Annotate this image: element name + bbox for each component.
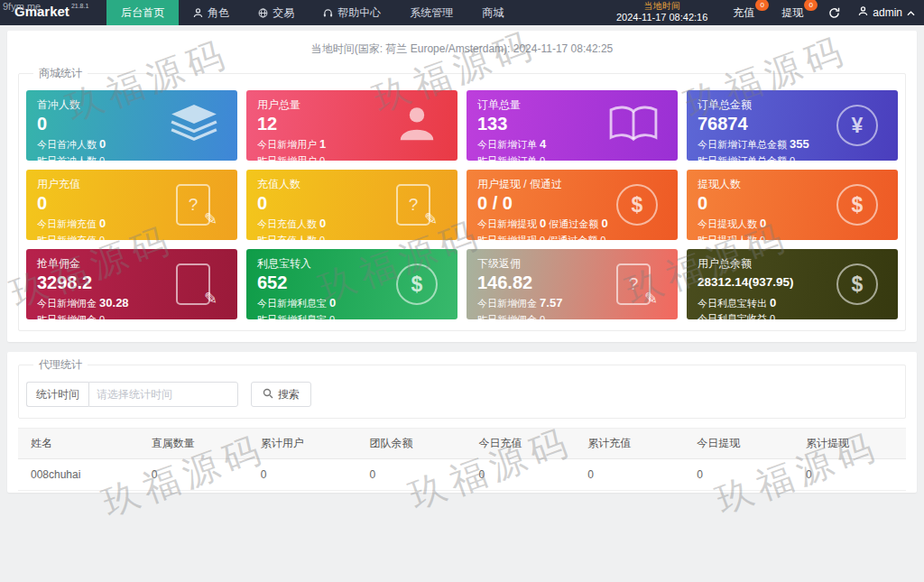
agent-stats-legend: 代理统计 [33, 357, 88, 373]
withdraw-chip[interactable]: 提现 0 [776, 5, 814, 21]
app-logo-text: Gmarket [14, 4, 69, 20]
nav-item-label: 帮助中心 [337, 5, 381, 21]
search-icon [263, 388, 273, 402]
headset-icon [323, 8, 333, 18]
stat-card-first-charge-users: 首冲人数 0 今日首冲人数 0 昨日首冲人数 0 [26, 90, 237, 161]
admin-username: admin [873, 6, 902, 19]
agent-filter-row: 统计时间 搜索 [26, 382, 898, 407]
stat-time-input[interactable] [88, 382, 238, 407]
col-total-withdraw: 累计提现 [797, 429, 906, 459]
person-icon [858, 6, 868, 19]
country-time-text: 当地时间(国家: 荷兰 Europe/Amsterdam): 2024-11-1… [13, 34, 911, 66]
nav-item-label: 系统管理 [410, 5, 453, 21]
admin-dropdown[interactable]: admin [858, 6, 915, 19]
user-icon [394, 101, 439, 150]
chevron-up-icon [907, 6, 915, 19]
stat-card-withdraw-users: 提现人数 0 今日提现人数 0 昨日提现人数 0 $ [687, 170, 898, 240]
col-today-withdraw: 今日提现 [688, 429, 797, 459]
cell-total-withdraw: 0 [797, 459, 906, 491]
cell-total-users: 0 [252, 459, 361, 491]
app-logo: Gmarket 21.8.1 [0, 0, 106, 25]
col-direct-count: 直属数量 [143, 429, 252, 459]
nav-item-label: 交易 [273, 5, 294, 21]
agent-panel: 代理统计 统计时间 搜索 姓名 直属数量 累计用户 团队余额 今日充值 累计充值… [7, 352, 917, 493]
doc-question-icon: ?✎ [616, 263, 651, 305]
nav-item-roles[interactable]: 角色 [179, 0, 244, 25]
stat-time-label: 统计时间 [26, 382, 88, 407]
globe-icon [258, 8, 268, 18]
col-total-recharge: 累计充值 [578, 429, 688, 459]
nav-item-label: 后台首页 [121, 5, 164, 21]
col-total-users: 累计用户 [252, 429, 361, 459]
pencil-icon: ✎ [644, 289, 658, 309]
nav-item-dashboard[interactable]: 后台首页 [106, 0, 179, 25]
pencil-icon: ✎ [424, 209, 438, 229]
agent-stats-fieldset: 代理统计 统计时间 搜索 [18, 357, 906, 419]
stat-card-user-balance: 用户总余额 28312.14(937.95) 今日利息宝转出 0 今日利息宝收益… [687, 249, 898, 319]
refresh-icon[interactable] [828, 7, 840, 19]
cell-name: 008chuhai [18, 459, 143, 491]
nav-item-help-center[interactable]: 帮助中心 [309, 0, 395, 25]
col-team-balance: 团队余额 [361, 429, 470, 459]
stat-cards-grid: 首冲人数 0 今日首冲人数 0 昨日首冲人数 0 用户总量 12 今日新增用户 … [26, 90, 898, 319]
nav-item-system[interactable]: 系统管理 [395, 0, 467, 25]
dollar-circle-icon: $ [836, 184, 878, 226]
recharge-chip[interactable]: 充值 0 [727, 5, 765, 21]
local-time-label: 当地时间 [616, 1, 707, 12]
card-yesterday-line: 昨日新增用户 0 [257, 153, 447, 162]
dollar-circle-icon: $ [836, 263, 878, 305]
agent-table: 姓名 直属数量 累计用户 团队余额 今日充值 累计充值 今日提现 累计提现 00… [18, 428, 906, 491]
stat-card-grab-commission: 抢单佣金 3298.2 今日新增佣金 30.28 昨日新增佣金 0 ✎ [26, 249, 237, 319]
card-yesterday-line: 昨日提现人数 0 [698, 233, 887, 241]
search-button[interactable]: 搜索 [251, 382, 311, 407]
recharge-badge: 0 [755, 0, 769, 11]
mall-stats-fieldset: 商城统计 首冲人数 0 今日首冲人数 0 昨日首冲人数 0 用户总量 12 今日… [18, 66, 906, 331]
doc-pencil-icon: ✎ [176, 263, 210, 305]
layers-icon [169, 104, 219, 147]
table-header-row: 姓名 直属数量 累计用户 团队余额 今日充值 累计充值 今日提现 累计提现 [18, 429, 906, 459]
cell-team-balance: 0 [361, 459, 470, 491]
card-yesterday-line: 昨日新增提现 0 假通过金额 0 [477, 233, 667, 241]
stat-card-user-recharge: 用户充值 0 今日新增充值 0 昨日新增充值 0 ?✎ [26, 170, 237, 240]
app-version: 21.8.1 [71, 3, 88, 10]
mall-stats-legend: 商城统计 [33, 66, 88, 81]
recharge-label: 充值 [733, 6, 754, 19]
withdraw-badge: 0 [804, 0, 818, 11]
navbar-right: 当地时间 2024-11-17 08:42:16 充值 0 提现 0 admin [616, 0, 924, 25]
stats-panel: 当地时间(国家: 荷兰 Europe/Amsterdam): 2024-11-1… [7, 31, 917, 342]
col-name: 姓名 [18, 429, 143, 459]
cell-direct-count: 0 [143, 459, 252, 491]
cell-today-withdraw: 0 [688, 459, 797, 491]
card-yesterday-line: 今日利息宝收益 0 [698, 311, 887, 319]
stat-card-total-users: 用户总量 12 今日新增用户 1 昨日新增用户 0 [246, 90, 457, 161]
card-yesterday-line: 昨日充值人数 0 [257, 233, 447, 241]
pencil-icon: ✎ [204, 289, 217, 309]
withdraw-label: 提现 [781, 6, 803, 19]
card-yesterday-line: 昨日新增佣金 0 [37, 312, 226, 320]
stat-card-interest-in: 利息宝转入 652 今日新增利息宝 0 昨日新增利息宝 0 $ [246, 249, 457, 319]
top-navbar: Gmarket 21.8.1 后台首页 角色 交易 帮助中心 系统管理 商城 当… [0, 0, 924, 25]
card-yesterday-line: 昨日新增利息宝 0 [257, 312, 447, 320]
main-menu: 后台首页 角色 交易 帮助中心 系统管理 商城 [106, 0, 518, 25]
book-icon [607, 103, 660, 148]
pencil-icon: ✎ [204, 209, 217, 229]
card-yesterday-line: 昨日新增充值 0 [37, 233, 226, 241]
card-yesterday-line: 昨日新增订单 0 [477, 153, 667, 162]
local-time-block: 当地时间 2024-11-17 08:42:16 [616, 1, 707, 23]
stat-card-order-amount: 订单总金额 76874 今日新增订单总金额 355 昨日新增订单总金额 0 ¥ [687, 90, 898, 161]
nav-item-trade[interactable]: 交易 [244, 0, 309, 25]
cell-today-recharge: 0 [469, 459, 578, 491]
stat-card-user-withdraw: 用户提现 / 假通过 0 / 0 今日新增提现 0 假通过金额 0 昨日新增提现… [467, 170, 678, 240]
doc-question-icon: ?✎ [176, 184, 210, 226]
nav-item-label: 角色 [208, 5, 229, 21]
dollar-circle-icon: $ [616, 184, 658, 226]
person-icon [193, 8, 203, 18]
card-yesterday-line: 昨日新增佣金 0 [477, 312, 667, 320]
nav-item-mall[interactable]: 商城 [467, 0, 518, 25]
search-button-label: 搜索 [278, 387, 300, 402]
card-yesterday-line: 昨日首冲人数 0 [37, 153, 226, 162]
table-row: 008chuhai 0 0 0 0 0 0 0 [18, 459, 906, 491]
yen-circle-icon: ¥ [836, 105, 878, 146]
dollar-circle-icon: $ [396, 263, 438, 305]
col-today-recharge: 今日充值 [469, 429, 578, 459]
